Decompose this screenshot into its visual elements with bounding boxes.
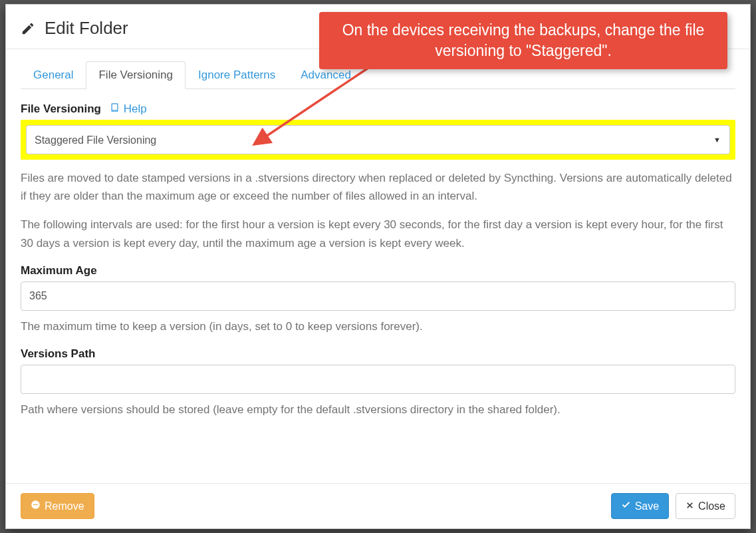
versioning-select-highlight: Staggered File Versioning ▼	[21, 120, 735, 160]
save-button[interactable]: Save	[611, 493, 669, 519]
tab-ignore-patterns[interactable]: Ignore Patterns	[186, 61, 288, 89]
file-versioning-label: File Versioning Help	[21, 102, 735, 116]
minus-circle-icon	[31, 500, 41, 512]
annotation-callout: On the devices receiving the backups, ch…	[319, 12, 727, 69]
svg-rect-1	[33, 504, 39, 505]
versions-path-input[interactable]	[21, 365, 735, 394]
versioning-desc-2: The following intervals are used: for th…	[21, 216, 735, 252]
help-link[interactable]: Help	[110, 102, 147, 116]
remove-button[interactable]: Remove	[21, 493, 94, 519]
modal-footer: Remove Save Close	[6, 483, 750, 528]
help-link-text: Help	[124, 102, 147, 116]
save-button-label: Save	[635, 500, 659, 512]
check-icon	[621, 500, 631, 512]
max-age-input[interactable]	[21, 281, 735, 311]
close-button-label: Close	[698, 500, 725, 512]
edit-folder-modal: Edit Folder General File Versioning Igno…	[5, 4, 751, 529]
modal-title: Edit Folder	[45, 18, 128, 39]
versions-path-help: Path where versions should be stored (le…	[21, 401, 735, 419]
remove-button-label: Remove	[45, 500, 84, 512]
file-versioning-select[interactable]: Staggered File Versioning	[26, 125, 730, 154]
versions-path-label: Versions Path	[21, 347, 735, 361]
close-button[interactable]: Close	[676, 493, 735, 519]
max-age-label: Maximum Age	[21, 264, 735, 277]
modal-body: General File Versioning Ignore Patterns …	[6, 49, 750, 483]
max-age-help: The maximum time to keep a version (in d…	[21, 317, 735, 335]
versioning-desc-1: Files are moved to date stamped versions…	[21, 169, 735, 205]
tab-general[interactable]: General	[21, 61, 86, 89]
book-icon	[110, 102, 120, 116]
pencil-icon	[21, 21, 35, 36]
close-icon	[686, 500, 694, 512]
tab-file-versioning[interactable]: File Versioning	[86, 61, 186, 89]
file-versioning-label-text: File Versioning	[21, 102, 101, 115]
